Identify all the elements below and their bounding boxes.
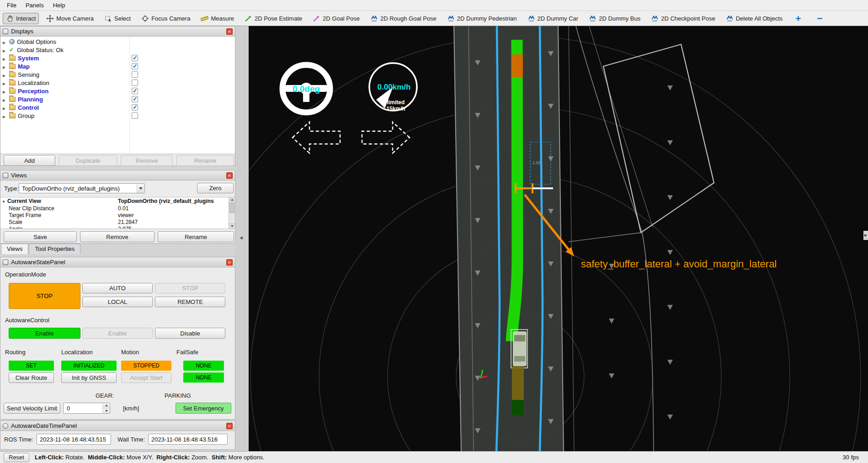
display-item-localization[interactable]: Localization bbox=[0, 79, 235, 87]
scroll-thumb[interactable] bbox=[229, 203, 234, 213]
clear-route-button[interactable]: Clear Route bbox=[9, 373, 54, 383]
rename-view-button[interactable]: Rename bbox=[158, 231, 234, 242]
scroll-down-icon[interactable] bbox=[229, 224, 235, 229]
remote-mode-button[interactable]: REMOTE bbox=[155, 297, 225, 307]
display-item-global-options[interactable]: Global Options bbox=[0, 37, 235, 46]
display-item-group[interactable]: Group bbox=[0, 112, 235, 120]
tool-2d-rough-goal-pose[interactable]: 2D Rough Goal Pose bbox=[367, 13, 440, 24]
close-icon[interactable] bbox=[226, 172, 233, 179]
display-checkbox[interactable] bbox=[132, 55, 138, 61]
table-row[interactable]: Angle 2.975 bbox=[0, 226, 235, 229]
collapse-right-icon[interactable] bbox=[863, 231, 868, 240]
set-emergency-button[interactable]: Set Emergency bbox=[176, 403, 231, 414]
duplicate-display-button[interactable]: Duplicate bbox=[59, 155, 117, 166]
local-mode-button[interactable]: LOCAL bbox=[82, 297, 153, 307]
autoware-state-panel-header[interactable]: AutowareStatePanel bbox=[0, 257, 235, 267]
expand-arrow-icon[interactable] bbox=[3, 63, 7, 70]
add-display-button[interactable]: Add bbox=[4, 155, 55, 166]
display-item-planning[interactable]: Planning bbox=[0, 95, 235, 103]
enable-control-disabled-button[interactable]: Enable bbox=[82, 328, 153, 339]
accept-start-button[interactable]: Accept Start bbox=[121, 373, 171, 383]
close-icon[interactable] bbox=[226, 423, 233, 429]
display-checkbox[interactable] bbox=[132, 71, 138, 78]
tool-2d-checkpoint-pose[interactable]: 2D Checkpoint Pose bbox=[648, 13, 719, 24]
table-row[interactable]: Scale 21.2847 bbox=[0, 219, 235, 226]
remove-display-button[interactable]: Remove bbox=[121, 155, 173, 166]
tool-move-camera[interactable]: Move Camera bbox=[43, 13, 97, 24]
view-type-select[interactable]: TopDownOrtho (rviz_default_plugins) bbox=[19, 183, 145, 193]
display-item-control[interactable]: Control bbox=[0, 103, 235, 112]
expand-arrow-icon[interactable] bbox=[3, 104, 7, 111]
table-scrollbar[interactable] bbox=[229, 197, 235, 229]
expand-arrow-icon[interactable] bbox=[3, 71, 7, 78]
tab-views[interactable]: Views bbox=[1, 244, 28, 254]
tool-2d-goal-pose[interactable]: 2D Goal Pose bbox=[309, 13, 363, 24]
display-item-system[interactable]: System bbox=[0, 54, 235, 62]
tool-2d-pose-estimate[interactable]: 2D Pose Estimate bbox=[241, 13, 305, 24]
zero-button[interactable]: Zero bbox=[197, 183, 234, 193]
stop-mode-button[interactable]: STOP bbox=[9, 283, 80, 309]
init-by-gnss-button[interactable]: Init by GNSS bbox=[61, 373, 117, 383]
spinner-arrows[interactable] bbox=[102, 403, 110, 413]
spin-up-icon[interactable] bbox=[103, 403, 110, 409]
expand-arrow-icon[interactable] bbox=[3, 112, 7, 119]
wall-time-field[interactable]: 2023-11-08 16:48:43.516 bbox=[148, 434, 228, 445]
spin-down-icon[interactable] bbox=[103, 409, 110, 414]
ros-time-field[interactable]: 2023-11-08 16:48:43.515 bbox=[37, 434, 111, 445]
display-item-map[interactable]: Map bbox=[0, 62, 235, 70]
tool-measure[interactable]: Measure bbox=[197, 13, 237, 24]
display-checkbox[interactable] bbox=[132, 104, 138, 111]
enable-control-button[interactable]: Enable bbox=[9, 328, 80, 339]
expand-arrow-icon[interactable] bbox=[3, 55, 7, 62]
menu-help[interactable]: Help bbox=[49, 1, 69, 10]
views-panel-header[interactable]: Views bbox=[0, 170, 235, 181]
displays-panel-header[interactable]: Displays bbox=[0, 27, 235, 37]
tool-2d-dummy-pedestrian[interactable]: 2D Dummy Pedestrian bbox=[444, 13, 520, 24]
collapse-arrow-icon[interactable] bbox=[2, 197, 5, 206]
tool-2d-dummy-bus[interactable]: 2D Dummy Bus bbox=[586, 13, 644, 24]
menu-panels[interactable]: Panels bbox=[21, 1, 48, 10]
remove-tool-button[interactable] bbox=[814, 13, 825, 24]
expand-arrow-icon[interactable] bbox=[3, 96, 7, 103]
steering-wheel-indicator: 0.0deg bbox=[282, 65, 330, 112]
remove-view-button[interactable]: Remove bbox=[80, 231, 154, 242]
close-icon[interactable] bbox=[226, 28, 233, 35]
tool-interact[interactable]: Interact bbox=[3, 13, 39, 24]
send-velocity-limit-button[interactable]: Send Velocity Limit bbox=[4, 403, 60, 414]
add-tool-button[interactable] bbox=[793, 13, 804, 24]
auto-mode-button[interactable]: AUTO bbox=[82, 283, 153, 293]
stop-mode-secondary-button[interactable]: STOP bbox=[155, 283, 225, 293]
reset-button[interactable]: Reset bbox=[4, 453, 29, 462]
menu-file[interactable]: File bbox=[3, 1, 21, 10]
dock-splitter[interactable] bbox=[235, 26, 249, 451]
table-row[interactable]: Near Clip Distance 0.01 bbox=[0, 205, 235, 212]
autoware-datetime-panel-header[interactable]: AutowareDateTimePanel bbox=[0, 421, 235, 431]
display-checkbox[interactable] bbox=[132, 80, 138, 86]
table-row[interactable]: Target Frame viewer bbox=[0, 212, 235, 219]
expand-arrow-icon[interactable] bbox=[3, 38, 7, 45]
disable-control-button[interactable]: Disable bbox=[155, 328, 225, 339]
velocity-limit-input[interactable]: 0 bbox=[63, 403, 110, 414]
display-checkbox[interactable] bbox=[132, 96, 138, 102]
display-item-global-status[interactable]: Global Status: Ok bbox=[0, 46, 235, 54]
tool-delete-all-objects[interactable]: Delete All Objects bbox=[723, 13, 786, 24]
rename-display-button[interactable]: Rename bbox=[176, 155, 234, 166]
tool-focus-camera[interactable]: Focus Camera bbox=[138, 13, 193, 24]
display-checkbox[interactable] bbox=[132, 112, 138, 119]
expand-arrow-icon[interactable] bbox=[3, 88, 7, 95]
save-view-button[interactable]: Save bbox=[4, 231, 77, 242]
scroll-up-icon[interactable] bbox=[229, 197, 235, 202]
tool-2d-dummy-car[interactable]: 2D Dummy Car bbox=[524, 13, 582, 24]
expand-arrow-icon[interactable] bbox=[3, 80, 7, 86]
display-checkbox[interactable] bbox=[132, 63, 138, 69]
table-row[interactable]: Current View TopDownOrtho (rviz_default_… bbox=[0, 197, 235, 205]
display-item-perception[interactable]: Perception bbox=[0, 87, 235, 95]
tool-select[interactable]: Select bbox=[101, 13, 134, 24]
expand-arrow-icon[interactable] bbox=[3, 47, 7, 53]
display-item-sensing[interactable]: Sensing bbox=[0, 70, 235, 79]
tab-tool-properties[interactable]: Tool Properties bbox=[29, 244, 80, 254]
display-checkbox[interactable] bbox=[132, 88, 138, 94]
collapse-dock-icon[interactable] bbox=[240, 235, 243, 240]
close-icon[interactable] bbox=[226, 259, 233, 266]
3d-viewport[interactable]: 1.02 safety_buffer_lateral + avoid_margi… bbox=[249, 26, 868, 451]
